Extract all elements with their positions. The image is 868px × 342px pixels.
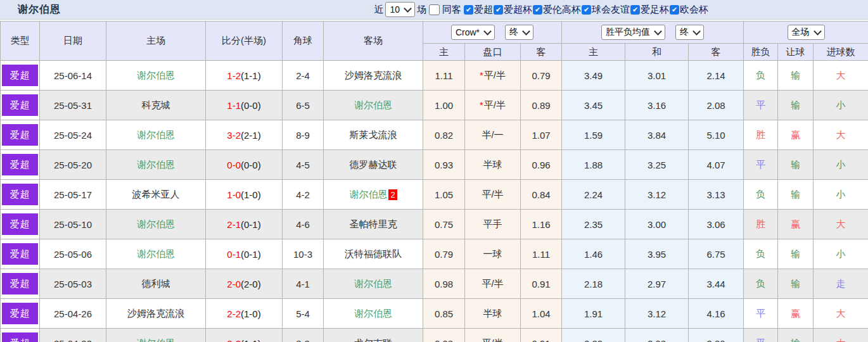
score-cell: 0-0(0-0) <box>206 150 283 180</box>
score-cell: 1-1(0-0) <box>206 91 283 120</box>
same-opponent-checkbox[interactable] <box>429 4 440 15</box>
ah-line: 半/一 <box>465 120 521 150</box>
fulltime-score: 1-1 <box>227 100 241 111</box>
away-team-cell: 戈尔韦联 <box>324 329 423 342</box>
fulltime-score: 2-2 <box>227 338 241 342</box>
col-header-score: 比分(半场) <box>206 22 283 61</box>
wdl-result: 负 <box>744 180 778 210</box>
competition-label-3: 球会友谊 <box>592 4 630 16</box>
eu-home-odds: 2.35 <box>562 210 625 239</box>
home-team-cell: 谢尔伯恩 <box>106 210 206 239</box>
score-cell: 2-1(0-1) <box>206 210 283 239</box>
filter-controls: 近 10 场 同客 ✔ 爱超 ✔ 爱超杯 ✔ 爱伦高杯 ✔ 球会友谊 ✔ 爱足杯… <box>372 2 708 17</box>
handicap-result: 输 <box>778 91 814 120</box>
match-table: 类型 日期 主场 比分(半场) 角球 客场 Crow* 终 <box>0 21 868 342</box>
eu-away-odds: 2.14 <box>689 61 744 91</box>
handicap-result: 输 <box>778 150 814 180</box>
fulltime-score: 2-1 <box>227 219 241 230</box>
eu-home-odds: 2.23 <box>562 329 625 342</box>
date-cell: 25-05-06 <box>40 239 106 269</box>
fulltime-score: 2-2 <box>227 308 241 319</box>
league-badge: 爱超 <box>2 154 38 175</box>
chevron-down-icon <box>814 27 822 35</box>
competition-checkbox-4[interactable]: ✔ <box>630 5 640 15</box>
competition-label-2: 爱伦高杯 <box>543 4 581 16</box>
ah-line: 平/半 <box>465 180 521 210</box>
home-team-cell: 谢尔伯恩 <box>106 150 206 180</box>
europe-odds-value: 胜平负均值 <box>606 27 650 38</box>
score-cell: 1-2(1-1) <box>206 61 283 91</box>
league-cell: 爱超 <box>1 239 40 269</box>
top-bar: 谢尔伯恩 近 10 场 同客 ✔ 爱超 ✔ 爱超杯 ✔ 爱伦高杯 ✔ 球会友谊 … <box>0 0 868 20</box>
recent-count-select[interactable]: 10 <box>385 2 415 17</box>
corner-cell: 4-1 <box>283 269 324 299</box>
halftime-score: (2-1) <box>241 130 261 141</box>
col-header-goals: 进球数 <box>814 44 868 61</box>
home-team-name: 谢尔伯恩 <box>137 248 175 259</box>
same-opponent-label: 同客 <box>442 4 461 16</box>
ah-away-odds: 1.16 <box>521 210 562 239</box>
eu-away-odds: 5.10 <box>689 120 744 150</box>
odds-company-select[interactable]: Crow* <box>451 25 495 40</box>
competition-checkbox-3[interactable]: ✔ <box>582 5 591 15</box>
ah-home-odds: 0.75 <box>423 210 465 239</box>
handicap-result: 赢 <box>778 210 814 239</box>
fulltime-score: 0-1 <box>227 249 241 260</box>
eu-draw-odds: 3.95 <box>625 239 689 269</box>
table-row: 爱超25-04-26沙姆洛克流浪2-2(1-0)5-4谢尔伯恩0.85半球1.0… <box>1 299 868 329</box>
wdl-result: 负 <box>744 61 778 91</box>
col-header-ah-line: 盘口 <box>465 44 521 61</box>
eu-draw-odds: 3.16 <box>625 91 689 120</box>
ah-away-odds: 0.91 <box>521 329 562 342</box>
halftime-score: (0-1) <box>241 249 261 260</box>
wdl-result: 负 <box>744 269 778 299</box>
eu-draw-odds: 2.97 <box>625 269 689 299</box>
ah-odds-time-select[interactable]: 终 <box>505 25 533 40</box>
goals-result: 大 <box>814 210 868 239</box>
line-change-star: * <box>480 99 483 110</box>
wdl-result: 平 <box>744 299 778 329</box>
line-change-star: * <box>480 70 483 80</box>
ah-home-odds: 0.98 <box>423 269 465 299</box>
competition-checkbox-2[interactable]: ✔ <box>533 5 542 15</box>
ah-away-odds: 1.11 <box>521 239 562 269</box>
home-team-name: 沙姆洛克流浪 <box>127 308 184 319</box>
eu-away-odds: 3.13 <box>689 180 744 210</box>
europe-odds-select[interactable]: 胜平负均值 <box>601 25 665 40</box>
col-header-ah-home: 主 <box>423 44 465 61</box>
corner-cell: 5-4 <box>283 299 324 329</box>
halftime-score: (1-1) <box>241 70 261 81</box>
ah-line: 半球 <box>465 150 521 180</box>
league-cell: 爱超 <box>1 210 40 239</box>
competition-label-1: 爱超杯 <box>504 4 532 16</box>
competition-checkbox-1[interactable]: ✔ <box>494 5 503 15</box>
league-cell: 爱超 <box>1 299 40 329</box>
ah-home-odds: 0.85 <box>423 299 465 329</box>
league-cell: 爱超 <box>1 150 40 180</box>
home-team-name: 波希米亚人 <box>132 189 180 200</box>
away-team-cell: 斯莱戈流浪 <box>324 120 423 150</box>
competition-checkbox-0[interactable]: ✔ <box>464 5 473 15</box>
league-badge: 爱超 <box>2 94 38 116</box>
away-team-cell: 沙姆洛克流浪 <box>324 61 423 91</box>
eu-odds-time-select[interactable]: 终 <box>675 25 704 40</box>
league-badge: 爱超 <box>2 303 38 324</box>
home-team-name: 德利城 <box>142 278 170 289</box>
score-cell: 0-1(0-1) <box>206 239 283 269</box>
scope-select[interactable]: 全场 <box>788 25 825 40</box>
eu-away-odds: 6.75 <box>689 239 744 269</box>
ah-away-odds: 0.84 <box>521 180 562 210</box>
home-team-name: 科克城 <box>142 99 170 110</box>
odds-company-value: Crow* <box>456 27 480 37</box>
halftime-score: (0-0) <box>241 100 261 111</box>
fulltime-score: 0-0 <box>227 160 241 170</box>
away-team-name: 斯莱戈流浪 <box>350 129 397 140</box>
ah-home-odds: 0.98 <box>423 329 465 342</box>
fulltime-score: 1-0 <box>227 189 241 200</box>
home-team-name: 谢尔伯恩 <box>137 129 175 140</box>
competition-checkbox-5[interactable]: ✔ <box>670 5 679 15</box>
league-badge: 爱超 <box>2 213 38 235</box>
corner-cell: 6-5 <box>283 91 324 120</box>
eu-away-odds: 4.16 <box>689 299 744 329</box>
recent-count-value: 10 <box>390 4 400 15</box>
